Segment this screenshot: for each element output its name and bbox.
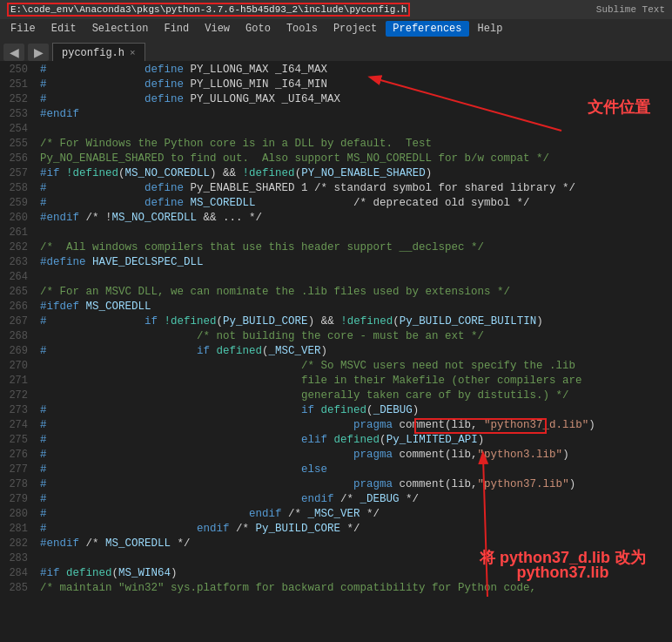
menu-edit[interactable]: Edit: [44, 21, 84, 37]
menu-help[interactable]: Help: [471, 21, 510, 37]
line-number: 281: [0, 522, 37, 537]
line-content: # pragma comment(lib,"python3.lib"): [37, 448, 672, 463]
table-row: 276# pragma comment(lib,"python3.lib"): [0, 448, 672, 463]
table-row: 271 file in their Makefile (other compil…: [0, 374, 672, 389]
line-content: [37, 122, 672, 137]
line-number: 274: [0, 418, 37, 433]
line-number: 275: [0, 433, 37, 448]
tabbar: ◀ ▶ pyconfig.h ×: [0, 38, 672, 61]
line-number: 284: [0, 566, 37, 581]
line-number: 257: [0, 166, 37, 181]
nav-back-button[interactable]: ◀: [3, 44, 24, 61]
menu-selection[interactable]: Selection: [85, 21, 156, 37]
table-row: 252# define PY_ULLONG_MAX _UI64_MAX: [0, 92, 672, 107]
menu-project[interactable]: Project: [326, 21, 384, 37]
table-row: 277# else: [0, 463, 672, 477]
table-row: 258# define Py_ENABLE_SHARED 1 /* standa…: [0, 181, 672, 196]
line-number: 277: [0, 463, 37, 477]
table-row: 257#if !defined(MS_NO_COREDLL) && !defin…: [0, 166, 672, 181]
menu-preferences[interactable]: Preferences: [386, 21, 468, 37]
menu-tools[interactable]: Tools: [279, 21, 325, 37]
menu-find[interactable]: Find: [157, 21, 196, 37]
line-number: 272: [0, 389, 37, 403]
line-number: 252: [0, 92, 37, 107]
line-content: # elif defined(Py_LIMITED_API): [37, 433, 672, 448]
line-content: #ifdef MS_COREDLL: [37, 300, 672, 314]
line-number: 280: [0, 507, 37, 522]
line-number: 282: [0, 537, 37, 551]
line-content: /* not building the core - must be an ex…: [37, 329, 672, 344]
table-row: 260#endif /* !MS_NO_COREDLL && ... */: [0, 211, 672, 226]
tab-filename: pyconfig.h: [62, 47, 124, 59]
line-content: # define PY_LLONG_MIN _I64_MIN: [37, 78, 672, 92]
line-number: 269: [0, 344, 37, 359]
app-name: Sublime Text: [596, 4, 665, 15]
table-row: 265/* For an MSVC DLL, we can nominate t…: [0, 285, 672, 300]
table-row: 285/* maintain "win32" sys.platform for …: [0, 581, 672, 596]
line-content: # define PY_LLONG_MAX _I64_MAX: [37, 63, 672, 78]
line-number: 271: [0, 374, 37, 389]
table-row: 256Py_NO_ENABLE_SHARED to find out. Also…: [0, 152, 672, 166]
line-content: # define MS_COREDLL /* deprecated old sy…: [37, 196, 672, 211]
line-number: 266: [0, 300, 37, 314]
nav-forward-button[interactable]: ▶: [28, 44, 49, 61]
line-number: 263: [0, 255, 37, 270]
line-content: /* All windows compilers that use this h…: [37, 240, 672, 255]
line-number: 258: [0, 181, 37, 196]
line-number: 254: [0, 122, 37, 137]
line-number: 283: [0, 551, 37, 566]
table-row: 278# pragma comment(lib,"python37.lib"): [0, 477, 672, 492]
table-row: 267# if !defined(Py_BUILD_CORE) && !defi…: [0, 314, 672, 329]
table-row: 264: [0, 270, 672, 285]
table-row: 250# define PY_LLONG_MAX _I64_MAX: [0, 63, 672, 78]
line-content: /* maintain "win32" sys.platform for bac…: [37, 581, 672, 596]
line-content: # if defined(_DEBUG): [37, 403, 672, 418]
line-content: /* For Windows the Python core is in a D…: [37, 137, 672, 152]
line-number: 265: [0, 285, 37, 300]
line-number: 260: [0, 211, 37, 226]
tab-pyconfig[interactable]: pyconfig.h ×: [52, 43, 145, 62]
table-row: 281# endif /* Py_BUILD_CORE */: [0, 522, 672, 537]
title-path: E:\code_env\Anaconda3\pkgs\python-3.7.6-…: [7, 4, 410, 15]
line-content: # pragma comment(lib,"python37.lib"): [37, 477, 672, 492]
tab-close-button[interactable]: ×: [130, 48, 136, 58]
line-number: 285: [0, 581, 37, 596]
line-number: 268: [0, 329, 37, 344]
line-content: generally taken care of by distutils.) *…: [37, 389, 672, 403]
table-row: 261: [0, 226, 672, 240]
table-row: 279# endif /* _DEBUG */: [0, 492, 672, 507]
line-number: 253: [0, 107, 37, 122]
table-row: 268 /* not building the core - must be a…: [0, 329, 672, 344]
line-content: # define Py_ENABLE_SHARED 1 /* standard …: [37, 181, 672, 196]
line-content: Py_NO_ENABLE_SHARED to find out. Also su…: [37, 152, 672, 166]
path-highlight: E:\code_env\Anaconda3\pkgs\python-3.7.6-…: [7, 3, 410, 17]
line-content: # if defined(_MSC_VER): [37, 344, 672, 359]
line-content: #if !defined(MS_NO_COREDLL) && !defined(…: [37, 166, 672, 181]
line-number: 264: [0, 270, 37, 285]
line-content: #define HAVE_DECLSPEC_DLL: [37, 255, 672, 270]
line-number: 259: [0, 196, 37, 211]
line-number: 250: [0, 63, 37, 78]
table-row: 266#ifdef MS_COREDLL: [0, 300, 672, 314]
line-number: 273: [0, 403, 37, 418]
menu-file[interactable]: File: [3, 21, 43, 37]
menu-view[interactable]: View: [198, 21, 237, 37]
table-row: 269# if defined(_MSC_VER): [0, 344, 672, 359]
menu-goto[interactable]: Goto: [239, 21, 278, 37]
line-number: 279: [0, 492, 37, 507]
line-content: # endif /* _DEBUG */: [37, 492, 672, 507]
line-number: 262: [0, 240, 37, 255]
line-number: 267: [0, 314, 37, 329]
code-editor[interactable]: 250# define PY_LLONG_MAX _I64_MAX251# de…: [0, 61, 672, 641]
line-content: # else: [37, 463, 672, 477]
table-row: 253#endif: [0, 107, 672, 122]
table-row: 254: [0, 122, 672, 137]
line-content: file in their Makefile (other compilers …: [37, 374, 672, 389]
table-row: 262/* All windows compilers that use thi…: [0, 240, 672, 255]
table-row: 263#define HAVE_DECLSPEC_DLL: [0, 255, 672, 270]
table-row: 259# define MS_COREDLL /* deprecated old…: [0, 196, 672, 211]
line-number: 255: [0, 137, 37, 152]
line-number: 261: [0, 226, 37, 240]
table-row: 270 /* So MSVC users need not specify th…: [0, 359, 672, 374]
line-content: /* For an MSVC DLL, we can nominate the …: [37, 285, 672, 300]
